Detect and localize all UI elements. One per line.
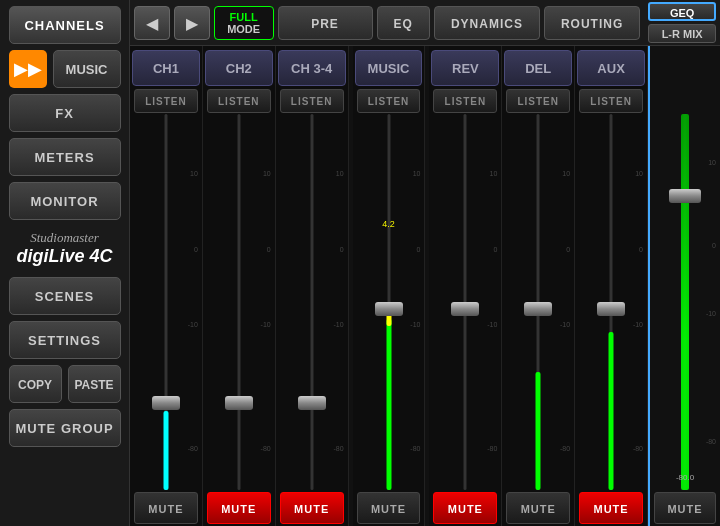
- scale-mark: -10: [633, 321, 643, 328]
- scale-mark: 10: [413, 170, 421, 177]
- meters-button[interactable]: METERS: [9, 138, 121, 176]
- fader-handle-4[interactable]: [451, 302, 479, 316]
- sidebar: CHANNELS ▶▶ MUSIC FX METERS MONITOR Stud…: [0, 0, 130, 526]
- scale-mark: 0: [417, 246, 421, 253]
- scale-mark: 0: [340, 246, 344, 253]
- scale-mark: -10: [410, 321, 420, 328]
- scale-mark: -80: [261, 445, 271, 452]
- peak-reading-3: 4.2: [382, 219, 395, 229]
- channel-header-1[interactable]: CH2: [205, 50, 273, 86]
- fader-handle-6[interactable]: [597, 302, 625, 316]
- lrmix-tab[interactable]: L-R MIX: [648, 24, 716, 43]
- mute-button-6[interactable]: MUTE: [579, 492, 643, 524]
- scale-mark: -10: [261, 321, 271, 328]
- fader-area-6: 100-10-80: [577, 114, 645, 490]
- paste-button[interactable]: PASTE: [68, 365, 121, 403]
- scale-mark: -80: [188, 445, 198, 452]
- next-button[interactable]: ▶: [174, 6, 210, 40]
- mute-button-1[interactable]: MUTE: [207, 492, 271, 524]
- fader-handle-0[interactable]: [152, 396, 180, 410]
- full-mode-button[interactable]: FULL MODE: [214, 6, 274, 40]
- play-button[interactable]: ▶▶: [9, 50, 47, 88]
- fx-button[interactable]: FX: [9, 94, 121, 132]
- scale-mark: -80: [333, 445, 343, 452]
- copy-button[interactable]: COPY: [9, 365, 62, 403]
- music-button[interactable]: MUSIC: [53, 50, 121, 88]
- scenes-button[interactable]: SCENES: [9, 277, 121, 315]
- listen-button-4[interactable]: LISTEN: [433, 89, 497, 113]
- channel-header-5[interactable]: DEL: [504, 50, 572, 86]
- level-bar-3: [386, 319, 391, 490]
- listen-button-1[interactable]: LISTEN: [207, 89, 271, 113]
- channel-header-2[interactable]: CH 3-4: [278, 50, 346, 86]
- full-label: FULL: [230, 11, 258, 23]
- geq-tab[interactable]: GEQ: [648, 2, 716, 21]
- monitor-button[interactable]: MONITOR: [9, 182, 121, 220]
- listen-button-5[interactable]: LISTEN: [506, 89, 570, 113]
- scale-mark: -80: [633, 445, 643, 452]
- channel-strip-3: MUSICLISTEN100-10-804.2MUTE: [353, 46, 426, 526]
- channel-strip-1: CH2LISTEN100-10-80MUTE: [203, 46, 276, 526]
- mode-label: MODE: [227, 23, 260, 35]
- listen-button-0[interactable]: LISTEN: [134, 89, 198, 113]
- fader-area-5: 100-10-80: [504, 114, 572, 490]
- scale-mark: 0: [194, 246, 198, 253]
- fader-area-2: 100-10-80: [278, 114, 346, 490]
- fader-area-4: 100-10-80: [431, 114, 499, 490]
- prev-button[interactable]: ◀: [134, 6, 170, 40]
- channel-header-4[interactable]: REV: [431, 50, 499, 86]
- mute-group-button[interactable]: MUTE GROUP: [9, 409, 121, 447]
- routing-button[interactable]: ROUTING: [544, 6, 640, 40]
- channel-header-0[interactable]: CH1: [132, 50, 200, 86]
- geq-mute-button[interactable]: MUTE: [654, 492, 716, 524]
- preamp-button[interactable]: PRE AMP: [278, 6, 373, 40]
- scale-mark: 0: [267, 246, 271, 253]
- scale-mark: -10: [333, 321, 343, 328]
- scale-mark: 0: [639, 246, 643, 253]
- mute-button-5[interactable]: MUTE: [506, 492, 570, 524]
- scale-mark: -80: [560, 445, 570, 452]
- scale-mark: -10: [188, 321, 198, 328]
- fader-handle-5[interactable]: [524, 302, 552, 316]
- listen-button-3[interactable]: LISTEN: [357, 89, 421, 113]
- fader-handle-3[interactable]: [375, 302, 403, 316]
- channel-header-3[interactable]: MUSIC: [355, 50, 423, 86]
- logo-studiomaster: Studiomaster: [16, 230, 112, 246]
- settings-button[interactable]: SETTINGS: [9, 321, 121, 359]
- scale-mark: 10: [336, 170, 344, 177]
- top-bar: ◀ ▶ FULL MODE PRE AMP EQ DYNAMICS ROUTIN…: [130, 0, 720, 46]
- fader-handle-1[interactable]: [225, 396, 253, 410]
- logo-digilive: digiLive 4C: [16, 246, 112, 267]
- channels-button[interactable]: CHANNELS: [9, 6, 121, 44]
- fader-area-0: 100-10-80: [132, 114, 200, 490]
- listen-button-6[interactable]: LISTEN: [579, 89, 643, 113]
- mute-button-0[interactable]: MUTE: [134, 492, 198, 524]
- fader-handle-2[interactable]: [298, 396, 326, 410]
- scale-mark: -10: [487, 321, 497, 328]
- dynamics-button[interactable]: DYNAMICS: [434, 6, 540, 40]
- eq-button[interactable]: EQ: [377, 6, 430, 40]
- channel-header-6[interactable]: AUX: [577, 50, 645, 86]
- scale-mark: 0: [493, 246, 497, 253]
- right-tabs: GEQ L-R MIX: [648, 0, 716, 45]
- listen-button-2[interactable]: LISTEN: [280, 89, 344, 113]
- mute-button-3[interactable]: MUTE: [357, 492, 421, 524]
- channel-strip-2: CH 3-4LISTEN100-10-80MUTE: [276, 46, 349, 526]
- geq-fader-handle[interactable]: [669, 189, 701, 203]
- scale-mark: -80: [410, 445, 420, 452]
- mute-button-4[interactable]: MUTE: [433, 492, 497, 524]
- channel-strip-5: DELLISTEN100-10-80MUTE: [502, 46, 575, 526]
- main-content: ◀ ▶ FULL MODE PRE AMP EQ DYNAMICS ROUTIN…: [130, 0, 720, 526]
- level-bar-5: [536, 372, 541, 490]
- channel-strip-6: AUXLISTEN100-10-80MUTE: [575, 46, 648, 526]
- geq-fader-area: -80.0 10 0 -10 -80: [652, 114, 718, 490]
- scale-mark: 10: [635, 170, 643, 177]
- scale-mark: 10: [190, 170, 198, 177]
- scale-mark: 10: [490, 170, 498, 177]
- level-bar-0: [163, 411, 168, 490]
- fader-area-3: 100-10-804.2: [355, 114, 423, 490]
- scale-mark: -10: [560, 321, 570, 328]
- mute-button-2[interactable]: MUTE: [280, 492, 344, 524]
- copy-paste-row: COPY PASTE: [9, 365, 121, 403]
- channel-strip-4: REVLISTEN100-10-80MUTE: [429, 46, 502, 526]
